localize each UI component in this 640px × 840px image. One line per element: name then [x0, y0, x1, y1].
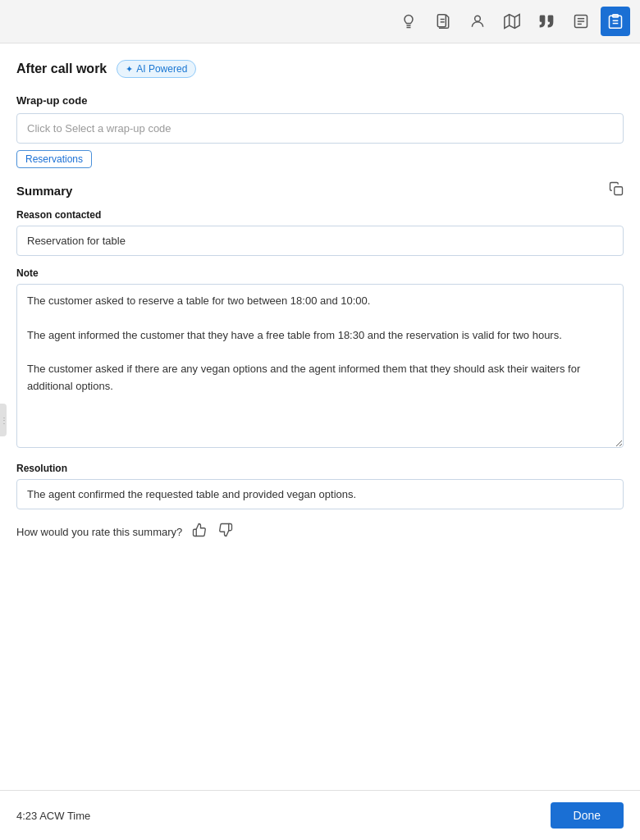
svg-marker-5	[505, 15, 519, 29]
ai-badge[interactable]: ✦ AI Powered	[117, 60, 196, 78]
note-label: Note	[16, 267, 624, 279]
thumbs-up-button[interactable]	[190, 521, 208, 542]
summary-title: Summary	[16, 184, 72, 198]
reason-contacted-section: Reason contacted	[16, 209, 624, 256]
wrapup-label: Wrap-up code	[16, 94, 624, 107]
drag-dots: ⋮	[0, 416, 7, 425]
note-section: Note	[16, 267, 624, 451]
reason-input[interactable]	[16, 226, 624, 256]
resolution-input[interactable]	[16, 479, 624, 509]
page-title: After call work	[16, 62, 107, 76]
svg-point-4	[475, 16, 481, 21]
main-content: After call work ✦ AI Powered Wrap-up cod…	[0, 43, 640, 790]
resolution-section: Resolution	[16, 463, 624, 509]
rating-row: How would you rate this summary?	[16, 521, 624, 542]
ai-sparkle-icon: ✦	[126, 64, 133, 75]
rating-question: How would you rate this summary?	[16, 526, 182, 538]
reason-label: Reason contacted	[16, 209, 624, 221]
svg-rect-1	[437, 15, 446, 27]
acw-time: 4:23 ACW Time	[16, 810, 90, 822]
top-nav	[0, 0, 640, 43]
lightbulb-icon[interactable]	[394, 7, 423, 36]
page-header: After call work ✦ AI Powered	[16, 60, 624, 78]
notes-icon[interactable]	[566, 7, 596, 36]
wrapup-input[interactable]: Click to Select a wrap-up code	[16, 113, 624, 144]
wrapup-placeholder: Click to Select a wrap-up code	[27, 122, 171, 135]
resolution-label: Resolution	[16, 463, 624, 474]
svg-rect-16	[615, 187, 623, 195]
clipboard-icon[interactable]	[601, 7, 630, 36]
wrapup-section: Wrap-up code Click to Select a wrap-up c…	[16, 94, 624, 168]
thumbs-down-button[interactable]	[217, 521, 235, 542]
wrapup-tag[interactable]: Reservations	[16, 150, 92, 168]
quote-icon[interactable]	[532, 7, 561, 36]
person-icon[interactable]	[463, 7, 492, 36]
footer: 4:23 ACW Time Done	[0, 790, 640, 840]
summary-header: Summary	[16, 181, 624, 199]
summary-section: Summary Reason contacted Note Resolution	[16, 181, 624, 542]
map-icon[interactable]	[497, 7, 527, 36]
ai-badge-label: AI Powered	[136, 63, 187, 75]
done-button[interactable]: Done	[551, 802, 624, 829]
note-textarea[interactable]	[16, 284, 624, 448]
copy-icon[interactable]	[609, 181, 624, 199]
drag-handle[interactable]: ⋮	[0, 404, 7, 436]
document-icon[interactable]	[428, 7, 458, 36]
